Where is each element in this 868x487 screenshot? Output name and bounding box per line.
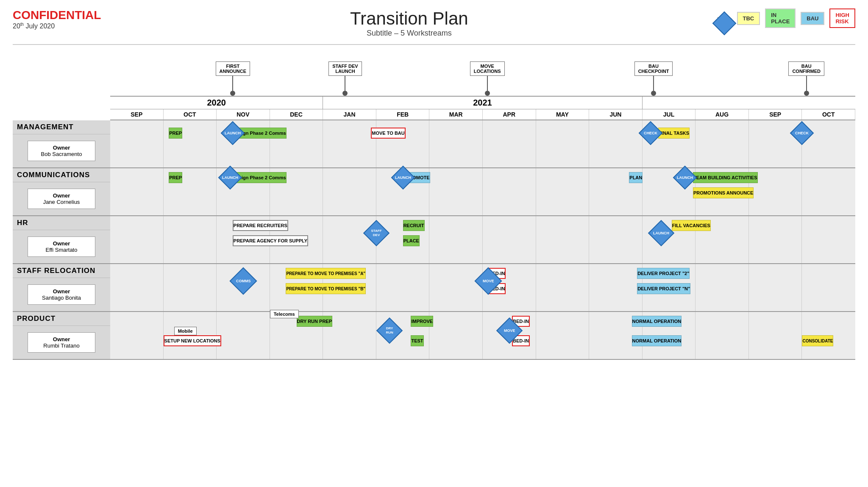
hr-owner-area: Owner Effi Smartato xyxy=(13,230,110,263)
product-left: PRODUCT Owner Rumbi Tratano xyxy=(13,312,110,359)
milestone-bau-checkpoint: BAUCHECKPOINT xyxy=(634,61,673,96)
product-gantt: DRY RUN PREP IMPROVE BED-IN NORMAL OPERA… xyxy=(110,312,855,359)
milestone-staff-dev: STAFF DEVLAUNCH xyxy=(328,61,362,96)
bar-plan: PLAN xyxy=(629,172,643,183)
bar-setup-new-locations: SETUP NEW LOCATIONS xyxy=(164,335,221,346)
product-owner-box: Owner Rumbi Tratano xyxy=(28,332,95,353)
bar-prep: PREP xyxy=(169,128,182,139)
month-sep: SEP xyxy=(110,109,164,120)
bar-normal-op-0: NORMAL OPERATION xyxy=(632,316,682,327)
management-left: MANAGEMENT Owner Bob Sacramento xyxy=(13,120,110,167)
diamond-launch-comm2: LAUNCH xyxy=(391,166,415,190)
flag-line xyxy=(487,76,488,91)
diamond-launch-comm3: LAUNCH xyxy=(673,166,697,190)
confidential-label: CONFIDENTIAL xyxy=(13,8,101,22)
owner-name: Rumbi Tratano xyxy=(34,342,89,349)
legend-marker: Marker xyxy=(717,15,732,22)
milestone-label: BAUCONFIRMED xyxy=(788,61,824,76)
relocation-gantt: PREPARE TO MOVE TO PREMISES "A" BED-IN D… xyxy=(110,264,855,311)
month-jan: JAN xyxy=(323,109,376,120)
left-spacer xyxy=(13,49,110,120)
month-mar: MAR xyxy=(429,109,483,120)
month-jun: JUN xyxy=(589,109,643,120)
bar-fill-vacancies: FILL VACANCIES xyxy=(672,220,711,231)
owner-name: Effi Smartato xyxy=(34,247,89,253)
flag-dot xyxy=(651,91,656,96)
hr-left: HR Owner Effi Smartato xyxy=(13,216,110,263)
section-communications: COMMUNICATIONS Owner Jane Cornelius xyxy=(13,168,855,216)
milestone-label: STAFF DEVLAUNCH xyxy=(328,61,362,76)
diamond-comms: COMMS xyxy=(229,267,257,295)
milestone-label: MOVELOCATIONS xyxy=(470,61,505,76)
owner-name: Bob Sacramento xyxy=(34,151,89,157)
management-gantt: PREP Design Phase 2 Comms MOVE TO BAU FI… xyxy=(110,120,855,167)
bar-prepare-recruiters: PREPARE RECRUITERS xyxy=(233,220,288,231)
bar-place: PLACE xyxy=(403,235,420,246)
owner-label: Owner xyxy=(34,288,89,295)
year-header: 2020 2021 xyxy=(110,96,855,109)
communications-rows: PREP Design Phase 2 Comms PROMOTE PLAN T… xyxy=(110,168,855,202)
month-header: SEP OCT NOV DEC JAN FEB MAR APR MAY JUN … xyxy=(110,109,855,120)
legend-bau: BAU xyxy=(801,12,824,25)
month-feb: FEB xyxy=(376,109,430,120)
header: CONFIDENTIAL 20th July 2020 Transition P… xyxy=(13,8,855,45)
communications-owner-area: Owner Jane Cornelius xyxy=(13,182,110,215)
bar-consolidate: CONSOLIDATE xyxy=(802,335,833,346)
management-row: PREP Design Phase 2 Comms MOVE TO BAU FI… xyxy=(110,120,855,146)
bar-recruit: RECRUIT xyxy=(403,220,425,231)
product-rows: DRY RUN PREP IMPROVE BED-IN NORMAL OPERA… xyxy=(110,312,855,350)
milestone-label: BAUCHECKPOINT xyxy=(634,61,673,76)
hr-owner-box: Owner Effi Smartato xyxy=(28,237,95,257)
bar-move-to-bau: MOVE TO BAU xyxy=(371,128,405,139)
page: CONFIDENTIAL 20th July 2020 Transition P… xyxy=(0,0,868,368)
flag-line xyxy=(345,76,345,91)
owner-name: Santiago Bonita xyxy=(34,295,89,301)
relocation-owner-box: Owner Santiago Bonita xyxy=(28,284,95,305)
legend-tbc: TBC xyxy=(737,12,760,25)
flag-line xyxy=(806,76,807,91)
bar-promotions-announce: PROMOTIONS ANNOUNCE xyxy=(693,187,754,198)
relocation-owner-area: Owner Santiago Bonita xyxy=(13,278,110,311)
bar-test: TEST xyxy=(411,335,423,346)
timeline-area: FIRSTANNOUNCE STAFF DEVLAUNCH MOVELOCATI… xyxy=(110,49,855,120)
relocation-title: STAFF RELOCATION xyxy=(13,264,110,278)
milestone-label: FIRSTANNOUNCE xyxy=(216,61,250,76)
legend-inplace: INPLACE xyxy=(765,8,796,28)
communications-gantt: PREP Design Phase 2 Comms PROMOTE PLAN T… xyxy=(110,168,855,215)
hr-gantt: PREPARE RECRUITERS RECRUIT FILL VACANCIE… xyxy=(110,216,855,263)
legend: Marker TBC INPLACE BAU HIGHRISK xyxy=(717,8,855,28)
bar-comm-prep: PREP xyxy=(169,172,182,183)
callout-mobile: Mobile xyxy=(174,327,197,335)
owner-label: Owner xyxy=(34,192,89,199)
owner-label: Owner xyxy=(34,145,89,151)
milestone-flags: FIRSTANNOUNCE STAFF DEVLAUNCH MOVELOCATI… xyxy=(110,49,855,96)
bar-deliver-n: DELIVER PROJECT "N" xyxy=(637,283,690,294)
owner-label: Owner xyxy=(34,240,89,247)
diamond-check-mgmt2: CHECK xyxy=(790,121,814,145)
bar-dry-run-prep: DRY RUN PREP xyxy=(297,316,333,327)
bar-team-building: TEAM BUILDING ACTIVITIES xyxy=(693,172,758,183)
management-owner-area: Owner Bob Sacramento xyxy=(13,134,110,167)
owner-name: Jane Cornelius xyxy=(34,199,89,205)
year-2020: 2020 xyxy=(110,97,323,109)
product-owner-area: Owner Rumbi Tratano xyxy=(13,326,110,359)
milestone-move-locations: MOVELOCATIONS xyxy=(470,61,505,96)
marker-diamond xyxy=(712,11,737,36)
month-sep2: SEP xyxy=(749,109,802,120)
diamond-dry-run: DRYRUN xyxy=(376,317,403,344)
relocation-rows: PREPARE TO MOVE TO PREMISES "A" BED-IN D… xyxy=(110,264,855,298)
milestone-first-announce: FIRSTANNOUNCE xyxy=(216,61,250,96)
section-product: PRODUCT Owner Rumbi Tratano xyxy=(13,312,855,360)
bar-prepare-agency: PREPARE AGENCY FOR SUPPLY xyxy=(233,235,308,246)
bar-deliver-2: DELIVER PROJECT "2" xyxy=(637,268,690,279)
diamond-launch-comm1: LAUNCH xyxy=(218,166,242,190)
diamond-staff-dev: STAFFDEV xyxy=(363,220,389,246)
flag-line xyxy=(232,76,233,91)
communications-left: COMMUNICATIONS Owner Jane Cornelius xyxy=(13,168,110,215)
page-title: Transition Plan xyxy=(350,8,468,29)
bar-normal-op-1: NORMAL OPERATION xyxy=(632,335,682,346)
flag-line xyxy=(653,76,654,91)
month-may: MAY xyxy=(536,109,590,120)
milestone-bau-confirmed: BAUCONFIRMED xyxy=(788,61,824,96)
management-owner-box: Owner Bob Sacramento xyxy=(28,141,95,161)
